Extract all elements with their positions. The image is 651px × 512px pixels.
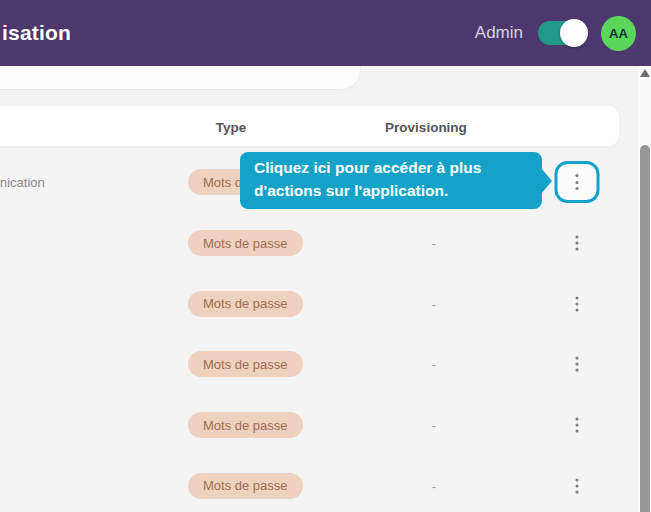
kebab-icon: [576, 296, 579, 299]
row-actions-button[interactable]: [555, 161, 600, 203]
kebab-icon: [576, 236, 579, 239]
page-title: isation: [2, 21, 71, 45]
tooltip-text: Cliquez ici pour accéder à plus d'action…: [254, 159, 481, 199]
avatar[interactable]: AA: [601, 16, 636, 51]
kebab-icon: [576, 418, 579, 421]
table-row: Mots de passe -: [0, 213, 620, 274]
table-row: Mots de passe -: [0, 455, 620, 512]
row-actions-button[interactable]: [566, 227, 589, 260]
type-badge: Mots de passe: [188, 412, 303, 438]
row-provisioning-value: -: [404, 478, 464, 493]
topbar: isation Admin AA: [0, 0, 651, 66]
admin-toggle[interactable]: [538, 21, 586, 45]
kebab-icon: [576, 174, 579, 177]
kebab-icon: [576, 357, 579, 360]
topbar-right-group: Admin AA: [475, 0, 636, 66]
scrollbar-thumb[interactable]: [640, 145, 650, 512]
row-provisioning-value: -: [404, 357, 464, 372]
row-provisioning-value: -: [404, 296, 464, 311]
row-provisioning-value: -: [404, 418, 464, 433]
scroll-up-arrow-icon[interactable]: [640, 69, 650, 77]
table-row: Mots de passe -: [0, 395, 620, 456]
column-header-type: Type: [151, 106, 311, 148]
avatar-initials: AA: [609, 26, 628, 41]
row-actions-button[interactable]: [566, 409, 589, 442]
tooltip: Cliquez ici pour accéder à plus d'action…: [240, 152, 542, 209]
toggle-knob: [560, 19, 588, 47]
row-provisioning-value: -: [404, 236, 464, 251]
row-actions-button[interactable]: [566, 469, 589, 502]
table-header: Type Provisioning: [0, 105, 620, 147]
column-header-provisioning: Provisioning: [346, 106, 506, 148]
scrollbar: [638, 64, 651, 512]
type-badge: Mots de passe: [188, 473, 303, 499]
table-row: Mots de passe -: [0, 334, 620, 395]
admin-label: Admin: [475, 23, 523, 43]
row-actions-button[interactable]: [566, 348, 589, 381]
kebab-icon: [576, 478, 579, 481]
row-name: nication: [0, 175, 45, 190]
type-badge: Mots de passe: [188, 291, 303, 317]
table-row: Mots de passe -: [0, 273, 620, 334]
type-badge: Mots de passe: [188, 351, 303, 377]
app-window: isation Admin AA Type Provisioning nicat…: [0, 0, 651, 512]
type-badge: Mots de passe: [188, 230, 303, 256]
row-actions-button[interactable]: [566, 287, 589, 320]
